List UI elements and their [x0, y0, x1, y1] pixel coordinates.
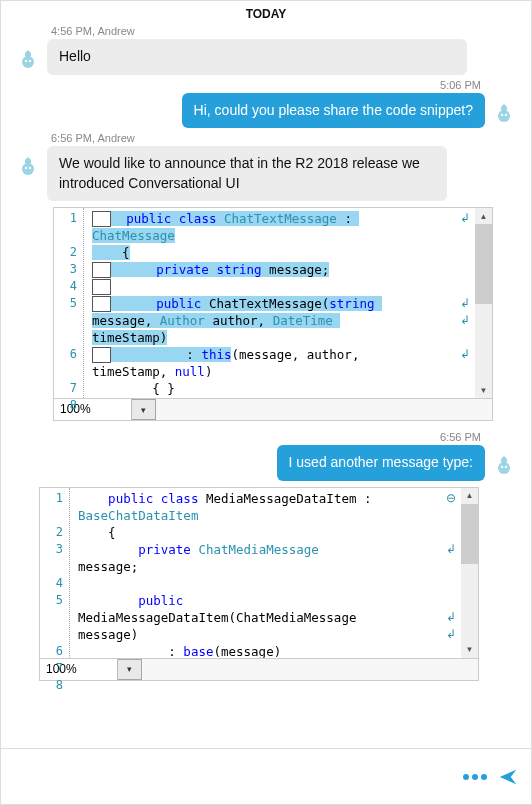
send-button-icon[interactable]: [497, 766, 519, 788]
scroll-down-icon[interactable]: ▼: [475, 382, 492, 398]
svg-point-11: [505, 466, 507, 468]
svg-point-10: [501, 466, 503, 468]
message-meta: 6:56 PM: [440, 431, 481, 443]
message-row-outgoing: 5:06 PM Hi, could you please share the c…: [9, 79, 523, 129]
svg-point-0: [22, 56, 34, 68]
message-row-incoming: 4:56 PM, Andrew Hello: [9, 25, 523, 75]
robot-avatar-icon: [15, 154, 41, 180]
chat-scroll-area[interactable]: TODAY 4:56 PM, Andrew Hello 5:06 PM Hi, …: [1, 1, 531, 748]
wrap-arrows: ⊖↲↲↲: [441, 488, 461, 658]
message-meta: 6:56 PM, Andrew: [51, 132, 519, 144]
svg-point-5: [505, 113, 507, 115]
more-options-icon[interactable]: [463, 774, 487, 780]
svg-point-8: [29, 167, 31, 169]
code-body[interactable]: public class MediaMessageDataItem : Base…: [70, 488, 441, 658]
scroll-up-icon[interactable]: ▲: [475, 208, 492, 224]
svg-point-4: [501, 113, 503, 115]
code-snippet-card: 1 2 3 4 5 6 7 8 public class ChatTextMes…: [53, 207, 493, 421]
code-gutter: 1 2 3 4 5 6 7 8: [54, 208, 84, 398]
message-bubble: We would like to announce that in the R2…: [47, 146, 447, 201]
svg-point-7: [25, 167, 27, 169]
scroll-down-icon[interactable]: ▼: [461, 642, 478, 658]
code-scrollbar[interactable]: ▲ ▼: [475, 208, 492, 398]
zoom-dropdown-button[interactable]: ▾: [118, 659, 142, 680]
wrap-arrows: ↲↲↲↲: [455, 208, 475, 398]
message-row-incoming: 6:56 PM, Andrew We would like to announc…: [9, 132, 523, 201]
zoom-dropdown-button[interactable]: ▾: [132, 399, 156, 420]
svg-point-6: [22, 163, 34, 175]
robot-avatar-icon: [491, 453, 517, 479]
code-gutter: 1 2 3 4 5 6 7 8: [40, 488, 70, 658]
message-input[interactable]: [13, 763, 463, 791]
code-snippet-card: 1 2 3 4 5 6 7 8 public class MediaMessag…: [39, 487, 479, 681]
robot-avatar-icon: [491, 101, 517, 127]
scroll-up-icon[interactable]: ▲: [461, 488, 478, 504]
message-row-outgoing: 6:56 PM I used another message type:: [9, 431, 523, 481]
code-scrollbar[interactable]: ▲ ▼: [461, 488, 478, 658]
code-body[interactable]: public class ChatTextMessage : ChatMessa…: [84, 208, 455, 398]
message-bubble: Hi, could you please share the code snip…: [182, 93, 485, 129]
robot-avatar-icon: [15, 47, 41, 73]
svg-point-1: [25, 60, 27, 62]
message-bubble: I used another message type:: [277, 445, 485, 481]
date-separator: TODAY: [9, 1, 523, 25]
message-bubble: Hello: [47, 39, 467, 75]
svg-point-3: [498, 110, 510, 122]
svg-point-9: [498, 462, 510, 474]
message-meta: 4:56 PM, Andrew: [51, 25, 519, 37]
message-input-bar: [1, 748, 531, 804]
svg-point-2: [29, 60, 31, 62]
message-meta: 5:06 PM: [440, 79, 481, 91]
